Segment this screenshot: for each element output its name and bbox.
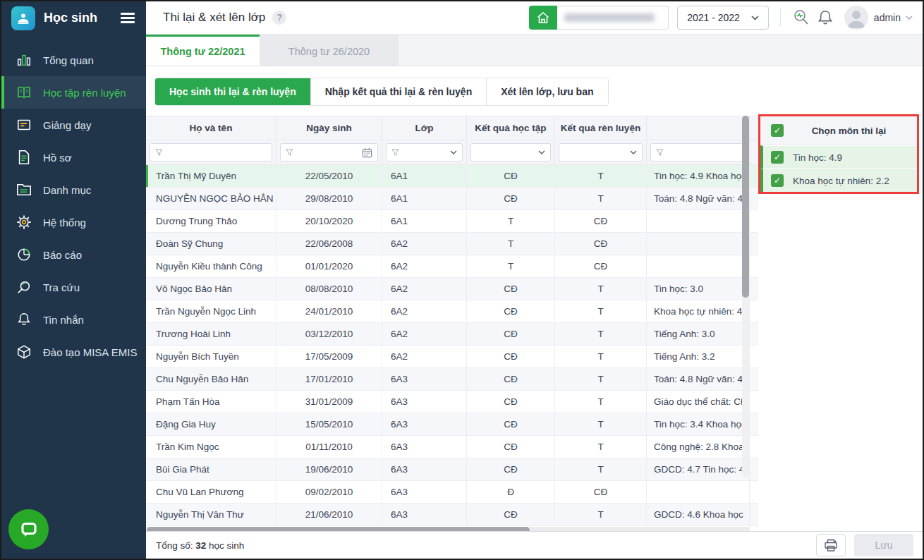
sidebar-item-tra-cuu[interactable]: Tra cứu (1, 271, 146, 303)
cell-name: Chu Vũ Lan Phương (146, 481, 276, 503)
subjects-filter-input[interactable] (650, 143, 746, 162)
table-row[interactable]: NGUYỄN NGỌC BẢO HÂN 29/08/2010 6A1 CĐ T … (146, 188, 758, 210)
conduct-result-filter-select[interactable] (559, 143, 643, 162)
cell-class: 6A1 (382, 188, 467, 209)
table-row[interactable]: Chu Vũ Lan Phương 09/02/2010 6A3 Đ CĐ (146, 481, 758, 504)
cell-conduct-result: T (555, 165, 647, 187)
sidebar-item-ho-so[interactable]: Hồ sơ (1, 141, 146, 174)
save-button[interactable]: Lưu (854, 534, 913, 556)
subject-checkbox[interactable]: ✓ (771, 151, 784, 164)
vertical-scrollbar[interactable] (742, 116, 749, 477)
subject-checkbox[interactable]: ✓ (771, 174, 784, 187)
print-button[interactable] (816, 534, 846, 556)
select-all-checkbox[interactable]: ✓ (771, 124, 784, 137)
table-row[interactable]: Nguyễn Thị Vân Thư 21/06/2010 6A3 CĐ T G… (146, 504, 758, 526)
table-row[interactable]: Đoàn Sỹ Chung 22/06/2008 6A2 T CĐ (146, 233, 758, 255)
cell-dob: 17/05/2009 (276, 346, 382, 367)
cell-name: Phạm Tấn Hòa (146, 391, 276, 413)
notifications-bell-icon[interactable] (813, 6, 837, 30)
class-filter-select[interactable] (386, 143, 463, 162)
subject-item[interactable]: ✓ Khoa học tự nhiên: 2.2 (760, 169, 917, 192)
subtab-hoc-sinh-thi-lai[interactable]: Học sinh thi lại & rèn luyện (155, 78, 310, 105)
table-row[interactable]: Trần Kim Ngọc 01/11/2010 6A3 CĐ T Công n… (146, 436, 758, 458)
sidebar-item-tin-nhan[interactable]: Tin nhắn (1, 303, 146, 336)
study-result-filter-select[interactable] (470, 143, 551, 162)
cell-subjects: Tiếng Anh: 3.2 (647, 346, 750, 367)
sidebar-item-label: Báo cáo (43, 249, 82, 261)
column-header-dob[interactable]: Ngày sinh (276, 116, 382, 140)
folder-icon (15, 181, 33, 198)
total-value: 32 (195, 540, 206, 551)
dob-filter-input[interactable] (280, 143, 378, 162)
cell-subjects: Tiếng Anh: 3.0 (647, 323, 750, 345)
cell-name: NGUYỄN NGỌC BẢO HÂN (146, 188, 276, 209)
sidebar-item-danh-muc[interactable]: Danh mục (1, 174, 146, 206)
search-icon (15, 279, 33, 296)
sidebar-item-giang-day[interactable]: Giảng dạy (1, 109, 146, 141)
sidebar-item-label: Hồ sơ (43, 152, 72, 164)
subtab-nhap-ket-qua[interactable]: Nhập kết quả thi lại & rèn luyện (310, 78, 486, 105)
cell-conduct-result: T (555, 436, 647, 458)
open-book-icon (15, 84, 33, 101)
app-logo-icon (11, 6, 35, 30)
sidebar-item-he-thong[interactable]: Hệ thống (1, 206, 146, 238)
vertical-scrollbar-thumb[interactable] (742, 116, 749, 298)
cell-conduct-result: T (555, 278, 647, 300)
calendar-icon (362, 147, 372, 158)
username: admin (874, 12, 901, 23)
cell-subjects: GDCD: 4.7 Tin học: 4. (647, 458, 750, 480)
bell-icon (15, 311, 33, 328)
sidebar-item-label: Danh mục (43, 184, 91, 196)
table-row[interactable]: Nguyễn Kiều thành Công 01/01/2020 6A2 T … (146, 255, 758, 278)
tab-thong-tu-26-2020[interactable]: Thông tư 26/2020 (260, 35, 399, 66)
lookup-analytics-icon[interactable] (789, 6, 813, 30)
cell-class: 6A2 (382, 233, 467, 255)
sidebar-item-bao-cao[interactable]: Báo cáo (1, 238, 146, 271)
cell-study-result: CĐ (467, 278, 555, 300)
cell-name: Trần Kim Ngọc (146, 436, 276, 458)
table-row[interactable]: Đặng Gia Huy 15/05/2010 6A3 CĐ T Tin học… (146, 413, 758, 436)
table-row[interactable]: Nguyễn Bích Tuyền 17/05/2009 6A2 CĐ T Ti… (146, 346, 758, 368)
subject-item[interactable]: ✓ Tin học: 4.9 (760, 145, 917, 169)
app-window: Học sinh Tổng quan Học tập rèn luyện Giả… (0, 0, 924, 560)
tab-thong-tu-22-2021[interactable]: Thông tư 22/2021 (146, 35, 260, 66)
funnel-icon (286, 149, 293, 157)
hamburger-menu-icon[interactable] (121, 11, 135, 25)
sidebar-item-dao-tao-misa-emis[interactable]: Đào tạo MISA EMIS (1, 336, 146, 368)
table-row[interactable]: Chu Nguyễn Bảo Hân 17/01/2010 6A3 CĐ T T… (146, 368, 758, 391)
school-name-field[interactable] (557, 6, 669, 30)
table-row[interactable]: Trần Thị Mỹ Duyên 22/05/2010 6A1 CĐ T Ti… (146, 165, 758, 188)
column-header-class[interactable]: Lớp (382, 116, 467, 140)
name-filter-input[interactable] (150, 143, 272, 162)
table-row[interactable]: Phạm Tấn Hòa 31/01/2009 6A3 CĐ T Giáo dụ… (146, 391, 758, 413)
subtab-xet-len-lop[interactable]: Xét lên lớp, lưu ban (486, 78, 607, 105)
sidebar-item-label: Giảng dạy (43, 119, 91, 131)
column-header-subjects[interactable] (647, 116, 750, 140)
column-header-conduct-result[interactable]: Kết quả rèn luyện (555, 116, 647, 140)
table-row[interactable]: Võ Ngọc Bảo Hân 08/08/2010 6A2 CĐ T Tin … (146, 278, 758, 300)
help-icon[interactable]: ? (272, 11, 286, 25)
table-header-row: Họ và tên Ngày sinh Lớp Kết quả học tập … (146, 116, 758, 140)
home-icon[interactable] (529, 6, 557, 30)
school-year-dropdown[interactable]: 2021 - 2022 (677, 6, 769, 30)
column-header-study-result[interactable]: Kết quả học tập (467, 116, 555, 140)
sidebar-item-tong-quan[interactable]: Tổng quan (1, 44, 146, 76)
table-row[interactable]: Trương Hoài Linh 03/12/2010 6A2 CĐ T Tiế… (146, 323, 758, 346)
cell-subjects: Toán: 4.8 Ngữ văn: 4 (647, 188, 750, 209)
table-row[interactable]: Dương Trung Thảo 20/10/2020 6A1 T CĐ (146, 210, 758, 233)
cell-dob: 21/06/2010 (276, 504, 382, 525)
table-row[interactable]: Trần Nguyễn Ngọc Linh 24/01/2010 6A2 CĐ … (146, 300, 758, 323)
cell-dob: 01/11/2010 (276, 436, 382, 458)
chat-bubble-icon[interactable] (8, 509, 49, 549)
user-avatar[interactable] (844, 6, 868, 30)
user-menu[interactable]: admin (874, 12, 913, 23)
cell-class: 6A3 (382, 504, 467, 525)
sidebar-item-label: Đào tạo MISA EMIS (43, 346, 137, 358)
cell-name: Dương Trung Thảo (146, 210, 276, 232)
sidebar-item-hoc-tap-ren-luyen[interactable]: Học tập rèn luyện (1, 76, 146, 109)
cell-dob: 29/08/2010 (276, 188, 382, 209)
table-row[interactable]: Bùi Gia Phát 19/06/2010 6A3 CĐ T GDCD: 4… (146, 458, 758, 481)
panel-header: ✓ Chọn môn thi lại (760, 116, 917, 145)
sidebar-item-label: Học tập rèn luyện (43, 87, 126, 99)
column-header-name[interactable]: Họ và tên (146, 116, 276, 140)
